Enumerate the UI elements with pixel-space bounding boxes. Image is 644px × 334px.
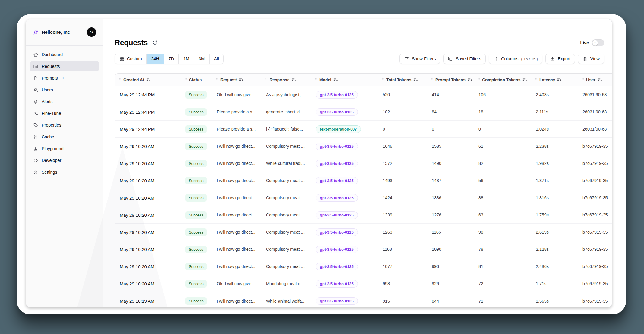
cell-status: Success (181, 125, 212, 133)
saved-filters-button[interactable]: Saved Filters (443, 54, 486, 64)
column-header-prompt-tokens[interactable]: Prompt Tokens (427, 77, 474, 82)
sidebar-item-properties[interactable]: Properties (30, 120, 99, 130)
drag-handle-icon[interactable] (535, 78, 537, 82)
org-switcher[interactable]: Helicone, Inc S (26, 19, 103, 46)
drag-handle-icon[interactable] (216, 78, 218, 82)
cell-response: Compulsory meat ... (261, 264, 311, 269)
table-row[interactable]: May 29 10:20 AMSuccessI will now go dire… (115, 241, 612, 258)
time-range-all[interactable]: All (210, 54, 223, 64)
show-filters-button[interactable]: Show Filters (399, 54, 440, 64)
table-row[interactable]: May 29 12:44 PMSuccessPlease provide a s… (115, 103, 612, 121)
cell-total-tokens: 1572 (378, 161, 427, 166)
cell-latency: 1.371s (531, 178, 578, 183)
table-row[interactable]: May 29 10:20 AMSuccessI will now go dire… (115, 224, 612, 241)
column-header-response[interactable]: Response (261, 77, 311, 82)
sidebar-item-requests[interactable]: Requests (30, 61, 99, 71)
drag-handle-icon[interactable] (315, 78, 317, 82)
time-range-label: 3M (199, 56, 205, 61)
sort-icon[interactable] (239, 78, 244, 82)
sidebar-item-developer[interactable]: Developer (30, 155, 99, 165)
refresh-icon[interactable] (152, 40, 158, 46)
table-row[interactable]: May 29 10:20 AMSuccessI will now go dire… (115, 138, 612, 155)
cell-request: I will now go direct... (212, 178, 261, 183)
sidebar-item-label: Properties (42, 123, 61, 128)
cell-request: I will now go direct... (212, 247, 261, 252)
time-range-custom[interactable]: Custom (115, 54, 147, 64)
sort-icon[interactable] (598, 78, 602, 82)
column-label: Total Tokens (386, 77, 411, 82)
table-row[interactable]: May 29 10:20 AMSuccessI will now go dire… (115, 155, 612, 172)
sidebar-item-cache[interactable]: Cache (30, 132, 99, 142)
drag-handle-icon[interactable] (265, 78, 267, 82)
sort-icon[interactable] (292, 78, 296, 82)
cell-response: Compulsory meat ... (261, 144, 311, 149)
time-range-3m[interactable]: 3M (194, 54, 210, 64)
time-range-7d[interactable]: 7D (164, 54, 179, 64)
table-row[interactable]: May 29 12:44 PMSuccessPlease provide a s… (115, 121, 612, 138)
drag-handle-icon[interactable] (582, 78, 584, 82)
column-header-completion-tokens[interactable]: Completion Tokens (474, 77, 531, 82)
columns-button[interactable]: Columns( 15 / 15 ) (489, 54, 542, 64)
table-row[interactable]: May 29 10:20 AMSuccessOk, I will now giv… (115, 275, 612, 292)
column-header-status[interactable]: Status (181, 77, 212, 82)
column-header-user[interactable]: User (578, 77, 612, 82)
sidebar-item-playground[interactable]: Playground (30, 143, 99, 154)
table-row[interactable]: May 29 10:20 AMSuccessI will now go dire… (115, 172, 612, 189)
table-row[interactable]: May 29 10:20 AMSuccessI will now go dire… (115, 258, 612, 275)
drag-handle-icon[interactable] (431, 78, 433, 82)
button-label: Export (558, 56, 570, 61)
cell-latency: 2.128s (531, 247, 578, 252)
cell-status: Success (181, 297, 212, 305)
org-name: Helicone, Inc (42, 30, 70, 35)
sidebar-item-fine-tune[interactable]: Fine-Tune (30, 108, 99, 118)
table-header-row: Created AtStatusRequestResponseModelTota… (115, 74, 612, 86)
table-row[interactable]: May 29 10:20 AMSuccessI will now go dire… (115, 206, 612, 224)
table-body: May 29 12:44 PMSuccessOk, I will now giv… (115, 86, 612, 307)
sidebar-item-users[interactable]: Users (30, 85, 99, 95)
column-header-created-at[interactable]: Created At (115, 77, 181, 82)
table-row[interactable]: May 29 10:19 AMSuccessI will now go dire… (115, 292, 612, 307)
sort-icon[interactable] (522, 78, 527, 82)
drag-handle-icon[interactable] (185, 78, 187, 82)
table-icon (33, 64, 38, 69)
status-badge: Success (185, 194, 207, 202)
sidebar-item-dashboard[interactable]: Dashboard (30, 49, 99, 60)
table-row[interactable]: May 29 12:44 PMSuccessOk, I will now giv… (115, 86, 612, 103)
sidebar-item-prompts[interactable]: Prompts✳ (30, 73, 99, 83)
time-range-label: Custom (127, 56, 142, 61)
cell-completion-tokens: 88 (474, 195, 531, 200)
cell-user: 26031f90-68 (578, 92, 612, 97)
time-range-1m[interactable]: 1M (179, 54, 194, 64)
cell-status: Success (181, 194, 212, 202)
column-header-total-tokens[interactable]: Total Tokens (378, 77, 427, 82)
column-header-request[interactable]: Request (212, 77, 261, 82)
drag-handle-icon[interactable] (119, 78, 121, 82)
cell-model: gpt-3.5-turbo-0125 (311, 91, 378, 99)
export-button[interactable]: Export (545, 54, 575, 64)
calendar-icon (119, 56, 125, 61)
cell-completion-tokens: 82 (474, 161, 531, 166)
sort-icon[interactable] (468, 78, 472, 82)
home-icon (33, 52, 38, 57)
sidebar-item-alerts[interactable]: Alerts (30, 96, 99, 107)
sliders-icon (493, 56, 498, 61)
model-badge: gpt-3.5-turbo-0125 (316, 228, 358, 236)
sort-icon[interactable] (333, 78, 338, 82)
sidebar-item-settings[interactable]: Settings (30, 167, 99, 177)
time-range-24h[interactable]: 24H (147, 54, 164, 64)
column-header-latency[interactable]: Latency (531, 77, 578, 82)
sidebar-item-label: Requests (42, 64, 60, 69)
column-header-model[interactable]: Model (311, 77, 378, 82)
live-toggle[interactable]: ✳ (592, 39, 604, 46)
view-button[interactable]: View (578, 54, 604, 64)
drag-handle-icon[interactable] (382, 78, 384, 82)
sort-icon[interactable] (557, 78, 562, 82)
avatar[interactable]: S (87, 27, 96, 37)
status-badge: Success (185, 125, 207, 133)
cell-prompt-tokens: 84 (427, 109, 474, 114)
sort-icon[interactable] (413, 78, 418, 82)
cell-total-tokens: 998 (378, 281, 427, 286)
sort-icon[interactable] (146, 78, 151, 82)
table-row[interactable]: May 29 10:20 AMSuccessI will now go dire… (115, 189, 612, 206)
drag-handle-icon[interactable] (478, 78, 480, 82)
